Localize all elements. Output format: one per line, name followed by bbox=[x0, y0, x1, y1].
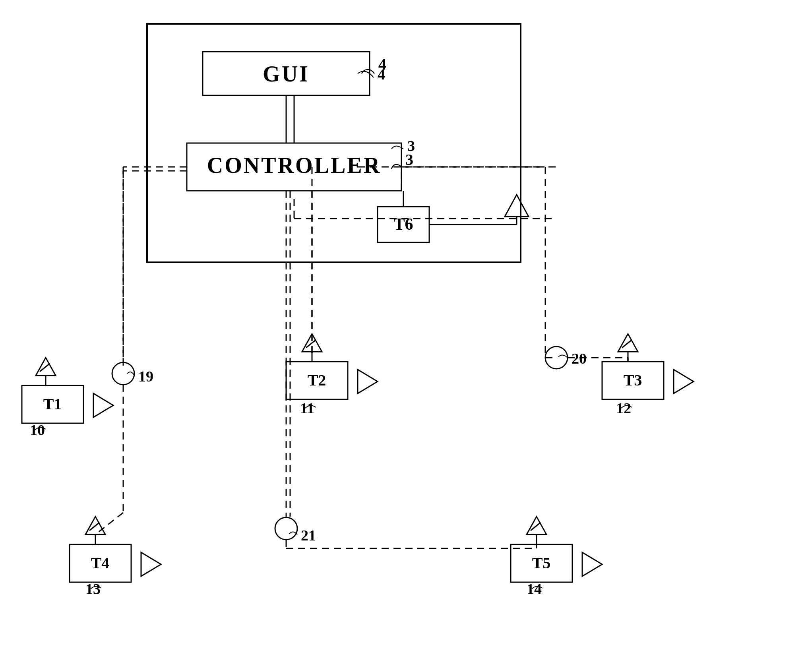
svg-marker-22 bbox=[302, 334, 322, 352]
svg-text:20: 20 bbox=[572, 350, 587, 367]
svg-text:GUI: GUI bbox=[263, 62, 310, 86]
svg-text:11: 11 bbox=[300, 400, 314, 416]
svg-line-36 bbox=[89, 523, 99, 531]
svg-text:T5: T5 bbox=[532, 554, 551, 572]
svg-text:T6: T6 bbox=[393, 215, 413, 233]
svg-text:4: 4 bbox=[378, 55, 386, 73]
svg-rect-31 bbox=[602, 362, 664, 399]
svg-point-54 bbox=[275, 517, 297, 540]
svg-text:T4: T4 bbox=[91, 554, 110, 572]
svg-text:21: 21 bbox=[301, 527, 316, 544]
svg-line-56 bbox=[95, 513, 123, 535]
svg-text:12: 12 bbox=[616, 400, 631, 416]
svg-marker-28 bbox=[618, 334, 638, 352]
svg-rect-3 bbox=[378, 207, 429, 242]
svg-text:T2: T2 bbox=[308, 371, 326, 389]
svg-marker-27 bbox=[358, 370, 378, 393]
svg-marker-34 bbox=[85, 517, 105, 535]
svg-marker-8 bbox=[505, 195, 529, 217]
svg-marker-45 bbox=[582, 552, 602, 576]
svg-point-53 bbox=[545, 347, 568, 369]
svg-text:T1: T1 bbox=[43, 395, 62, 413]
svg-text:10: 10 bbox=[30, 422, 45, 438]
diagram-svg: T1 T2 T3 T4 bbox=[0, 0, 806, 672]
svg-text:CONTROLLER: CONTROLLER bbox=[207, 153, 381, 178]
svg-line-30 bbox=[622, 340, 632, 348]
svg-point-51 bbox=[112, 362, 134, 385]
svg-text:14: 14 bbox=[527, 581, 542, 597]
svg-marker-33 bbox=[674, 370, 694, 393]
diagram: T1 T2 T3 T4 bbox=[0, 0, 806, 672]
svg-text:4: 4 bbox=[378, 66, 385, 83]
svg-text:19: 19 bbox=[138, 368, 153, 385]
svg-rect-18 bbox=[22, 385, 83, 423]
svg-marker-40 bbox=[527, 517, 546, 535]
svg-marker-20 bbox=[93, 393, 113, 417]
svg-rect-37 bbox=[70, 544, 131, 582]
svg-marker-15 bbox=[36, 358, 56, 376]
svg-marker-39 bbox=[141, 552, 161, 576]
svg-rect-0 bbox=[147, 24, 521, 262]
svg-text:3: 3 bbox=[405, 151, 413, 168]
svg-rect-25 bbox=[286, 362, 348, 399]
svg-rect-21 bbox=[83, 394, 93, 418]
svg-line-42 bbox=[531, 523, 541, 531]
svg-rect-43 bbox=[511, 544, 572, 582]
svg-text:3: 3 bbox=[407, 137, 415, 154]
svg-line-17 bbox=[40, 364, 50, 372]
svg-rect-2 bbox=[187, 143, 401, 191]
svg-text:T3: T3 bbox=[624, 371, 642, 389]
svg-rect-1 bbox=[203, 52, 370, 95]
svg-text:13: 13 bbox=[85, 581, 101, 597]
svg-line-24 bbox=[306, 340, 316, 348]
